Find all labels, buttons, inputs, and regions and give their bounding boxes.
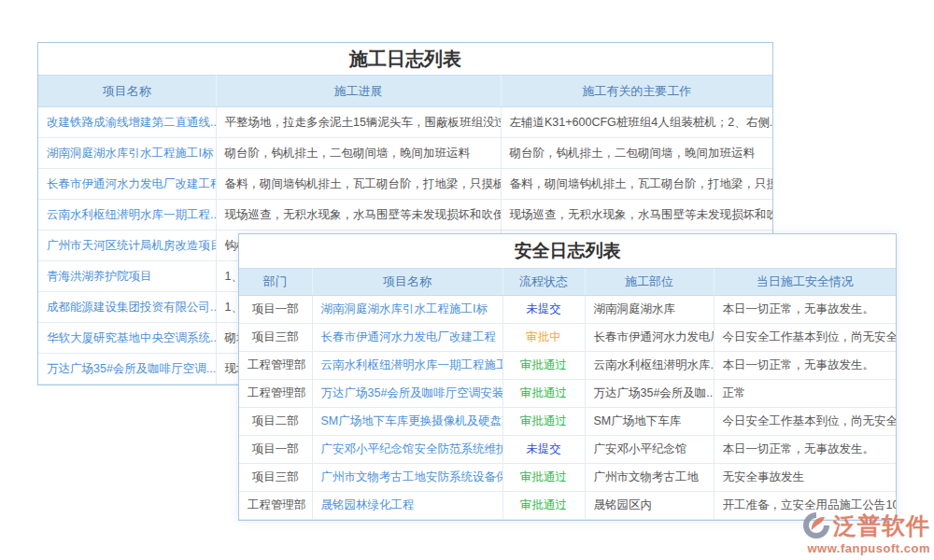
- table-row: 工程管理部 晟铭园林绿化工程 审批通过 晟铭园区内 开工准备，立安全用品施工公告…: [239, 492, 896, 520]
- location-cell: 万达广场35#会所及咖...: [585, 380, 714, 408]
- project-link[interactable]: 华软大厦研究基地中央空调系统...: [38, 323, 216, 354]
- location-cell: SM广场地下车库: [585, 408, 714, 436]
- status-badge: 审批通过: [502, 352, 585, 380]
- status-badge: 审批通过: [502, 408, 585, 436]
- project-link[interactable]: 广州市文物考古工地安防系统设备保修: [312, 464, 502, 492]
- safety-cell: 今日安全工作基本到位，尚无安全隐...: [714, 408, 896, 436]
- table-row: 长春市伊通河水力发电厂改建工程 备料，砌间墙钩机排土，瓦工砌台阶，打地梁，只摸板…: [38, 169, 772, 200]
- project-link[interactable]: 广州市天河区统计局机房改造项目: [38, 231, 216, 261]
- table-row: 项目二部 SM广场地下车库更换摄像机及硬盘项目 审批通过 SM广场地下车库 今日…: [239, 408, 896, 436]
- safety-cell: 本日一切正常，无事故发生。: [714, 296, 896, 324]
- department-cell: 项目三部: [239, 464, 312, 492]
- col-header-daily-safety: 当日施工安全情况: [714, 269, 896, 296]
- location-cell: 晟铭园区内: [585, 492, 714, 520]
- main-work-cell: 砌台阶，钩机排土，二包砌间墙，晚间加班运料: [501, 138, 772, 169]
- main-work-cell: 左辅道K31+600CFG桩班组4人组装桩机；2、右侧...: [501, 107, 772, 138]
- table-row: 工程管理部 云南水利枢纽潜明水库一期工程施工I标 审批通过 云南水利枢纽潜明水库…: [239, 352, 896, 380]
- col-header-department: 部门: [239, 269, 312, 296]
- project-link[interactable]: 改建铁路成渝线增建第二直通线...: [38, 107, 216, 138]
- brand-name: 泛普软件: [833, 514, 930, 538]
- project-link[interactable]: 湖南洞庭湖水库引水工程施工I标: [38, 138, 216, 169]
- main-work-cell: 备料，砌间墙钩机排土，瓦工砌台阶，打地梁，只摸...: [501, 169, 772, 200]
- department-cell: 工程管理部: [239, 380, 312, 408]
- table-row: 项目三部 广州市文物考古工地安防系统设备保修 审批通过 广州市文物考古工地 无安…: [239, 464, 896, 492]
- status-badge: 审批通过: [502, 380, 585, 408]
- location-cell: 湖南洞庭湖水库: [585, 296, 714, 324]
- table-row: 改建铁路成渝线增建第二直通线... 平整场地，拉走多余泥土15辆泥头车，围蔽板班…: [38, 107, 772, 138]
- project-link[interactable]: 云南水利枢纽潜明水库一期工程施工I标: [312, 352, 502, 380]
- project-link[interactable]: 长春市伊通河水力发电厂改建工程: [312, 324, 502, 352]
- status-badge: 未提交: [502, 436, 585, 464]
- department-cell: 项目一部: [239, 296, 312, 324]
- department-cell: 项目二部: [239, 408, 312, 436]
- safety-log-header-row: 部门 项目名称 流程状态 施工部位 当日施工安全情况: [239, 269, 896, 296]
- col-header-main-work: 施工有关的主要工作: [501, 76, 772, 107]
- department-cell: 工程管理部: [239, 352, 312, 380]
- table-row: 云南水利枢纽潜明水库一期工程... 现场巡查，无积水现象，水马围壁等未发现损坏和…: [38, 200, 772, 231]
- brand-url: www.fanpusoft.com: [802, 542, 930, 554]
- safety-log-window: 安全日志列表 部门 项目名称 流程状态 施工部位 当日施工安全情况 项目一部 湖…: [238, 233, 897, 521]
- location-cell: 广州市文物考古工地: [585, 464, 714, 492]
- safety-log-title: 安全日志列表: [239, 234, 896, 268]
- project-link[interactable]: 成都能源建设集团投资有限公司...: [38, 292, 216, 323]
- status-badge: 审批通过: [502, 464, 585, 492]
- fanpu-watermark: 泛普软件 www.fanpusoft.com: [802, 511, 930, 554]
- project-link[interactable]: 云南水利枢纽潜明水库一期工程...: [38, 200, 216, 231]
- status-badge: 未提交: [502, 296, 585, 324]
- safety-log-table: 部门 项目名称 流程状态 施工部位 当日施工安全情况 项目一部 湖南洞庭湖水库引…: [239, 268, 896, 520]
- main-work-cell: 现场巡查，无积水现象，水马围壁等未发现损坏和吹...: [501, 200, 772, 231]
- construction-log-header-row: 项目名称 施工进展 施工有关的主要工作: [38, 76, 772, 107]
- status-badge: 审批通过: [502, 492, 585, 520]
- safety-cell: 无安全事故发生: [714, 464, 896, 492]
- location-cell: 云南水利枢纽潜明水库...: [585, 352, 714, 380]
- safety-cell: 正常: [714, 380, 896, 408]
- table-row: 项目三部 长春市伊通河水力发电厂改建工程 审批中 长春市伊通河水力发电厂 今日安…: [239, 324, 896, 352]
- construction-log-title: 施工日志列表: [38, 43, 772, 75]
- project-link[interactable]: 青海洪湖养护院项目: [38, 261, 216, 292]
- progress-cell: 备料，砌间墙钩机排土，瓦工砌台阶，打地梁，只摸板，...: [216, 169, 501, 200]
- location-cell: 长春市伊通河水力发电厂: [585, 324, 714, 352]
- progress-cell: 现场巡查，无积水现象，水马围壁等未发现损坏和吹倒现...: [216, 200, 501, 231]
- table-row: 项目一部 湖南洞庭湖水库引水工程施工I标 未提交 湖南洞庭湖水库 本日一切正常，…: [239, 296, 896, 324]
- project-link[interactable]: 万达广场35#会所及咖啡厅空调...: [38, 354, 216, 385]
- department-cell: 项目一部: [239, 436, 312, 464]
- col-header-workflow-status: 流程状态: [502, 269, 585, 296]
- table-row: 湖南洞庭湖水库引水工程施工I标 砌台阶，钩机排土，二包砌间墙，晚间加班运料 砌台…: [38, 138, 772, 169]
- table-row: 项目一部 广安邓小平纪念馆安全防范系统维护... 未提交 广安邓小平纪念馆 本日…: [239, 436, 896, 464]
- fanpu-logo-icon: [802, 511, 830, 539]
- col-header-project-name: 项目名称: [38, 76, 216, 107]
- project-link[interactable]: 晟铭园林绿化工程: [312, 492, 502, 520]
- progress-cell: 砌台阶，钩机排土，二包砌间墙，晚间加班运料: [216, 138, 501, 169]
- col-header-progress: 施工进展: [216, 76, 501, 107]
- department-cell: 工程管理部: [239, 492, 312, 520]
- location-cell: 广安邓小平纪念馆: [585, 436, 714, 464]
- project-link[interactable]: 广安邓小平纪念馆安全防范系统维护...: [312, 436, 502, 464]
- department-cell: 项目三部: [239, 324, 312, 352]
- project-link[interactable]: 湖南洞庭湖水库引水工程施工I标: [312, 296, 502, 324]
- safety-cell: 今日安全工作基本到位，尚无安全隐...: [714, 324, 896, 352]
- project-link[interactable]: 万达广场35#会所及咖啡厅空调安装...: [312, 380, 502, 408]
- safety-cell: 本日一切正常，无事故发生。: [714, 352, 896, 380]
- progress-cell: 平整场地，拉走多余泥土15辆泥头车，围蔽板班组没过来...: [216, 107, 501, 138]
- table-row: 工程管理部 万达广场35#会所及咖啡厅空调安装... 审批通过 万达广场35#会…: [239, 380, 896, 408]
- col-header-project-name: 项目名称: [312, 269, 502, 296]
- status-badge: 审批中: [502, 324, 585, 352]
- project-link[interactable]: SM广场地下车库更换摄像机及硬盘项目: [312, 408, 502, 436]
- project-link[interactable]: 长春市伊通河水力发电厂改建工程: [38, 169, 216, 200]
- col-header-construction-part: 施工部位: [585, 269, 714, 296]
- safety-cell: 本日一切正常，无事故发生。: [714, 436, 896, 464]
